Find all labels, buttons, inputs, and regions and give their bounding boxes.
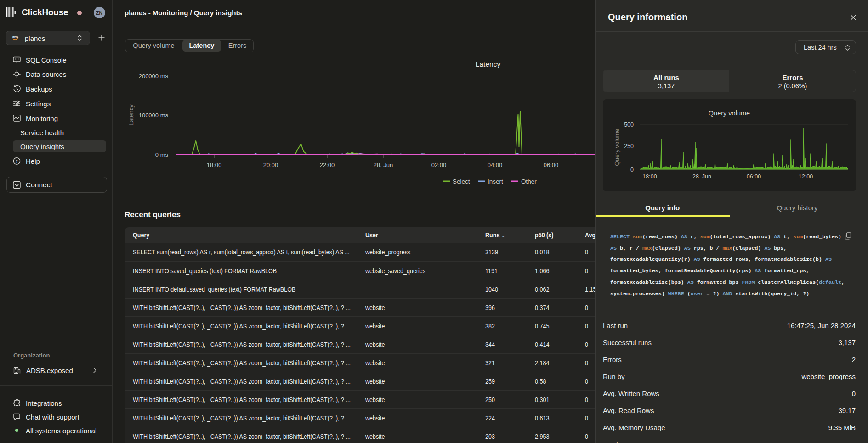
svg-text:02:00: 02:00 bbox=[431, 161, 447, 168]
svg-text:0: 0 bbox=[630, 167, 634, 173]
svg-text:Insert: Insert bbox=[488, 178, 503, 185]
svg-text:20:00: 20:00 bbox=[263, 161, 278, 168]
svg-text:250: 250 bbox=[624, 143, 634, 150]
svg-text:100000 ms: 100000 ms bbox=[139, 112, 169, 119]
svg-text:Latency: Latency bbox=[476, 60, 501, 68]
svg-text:12:00: 12:00 bbox=[799, 173, 813, 180]
svg-text:200000 ms: 200000 ms bbox=[139, 73, 169, 80]
svg-text:18:00: 18:00 bbox=[642, 173, 657, 180]
svg-text:500: 500 bbox=[624, 121, 634, 128]
svg-text:06:00: 06:00 bbox=[544, 161, 559, 168]
svg-text:Latency: Latency bbox=[128, 104, 135, 126]
svg-text:Other: Other bbox=[521, 178, 537, 185]
svg-text:0 ms: 0 ms bbox=[155, 151, 169, 158]
svg-text:Query volume: Query volume bbox=[709, 109, 750, 117]
svg-text:aws: aws bbox=[12, 35, 18, 38]
svg-text:22:00: 22:00 bbox=[320, 161, 335, 168]
svg-text:18:00: 18:00 bbox=[207, 161, 222, 168]
svg-text:28. Jun: 28. Jun bbox=[374, 161, 393, 168]
svg-text:Select: Select bbox=[453, 178, 470, 185]
svg-text:Query volume: Query volume bbox=[613, 129, 620, 166]
svg-text:04:00: 04:00 bbox=[488, 161, 503, 168]
svg-text:28. Jun: 28. Jun bbox=[692, 173, 711, 180]
svg-text:?: ? bbox=[16, 159, 18, 163]
svg-text:06:00: 06:00 bbox=[747, 173, 761, 180]
